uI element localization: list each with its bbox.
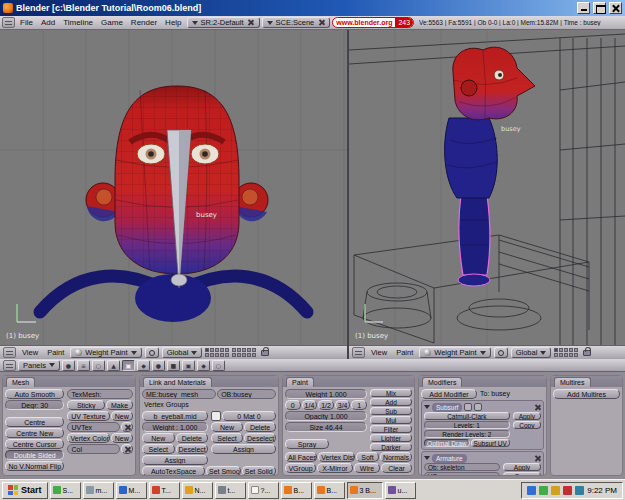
- delete-scene-icon[interactable]: [317, 19, 325, 27]
- menu-timeline[interactable]: Timeline: [60, 18, 96, 27]
- viewport-shading-icon[interactable]: [145, 347, 159, 358]
- window-type-menu-icon[interactable]: [3, 360, 16, 371]
- tray-icon[interactable]: [575, 486, 584, 495]
- window-type-menu-icon[interactable]: [3, 347, 16, 358]
- vertex-color-label-button[interactable]: Vertex Color: [67, 433, 109, 443]
- lock-icon[interactable]: [583, 350, 591, 356]
- material-color-swatch[interactable]: [211, 411, 221, 421]
- collapse-arrow-icon[interactable]: [424, 405, 430, 409]
- auto-smooth-toggle[interactable]: Auto Smooth: [5, 389, 64, 399]
- os-titlebar[interactable]: Blender [c:\Blender Tutorial\Room06.blen…: [0, 0, 625, 16]
- vertex-dist-toggle[interactable]: Vertex Dist: [318, 452, 355, 462]
- vertex-color-new-button[interactable]: New: [111, 433, 133, 443]
- taskbar-item[interactable]: B...: [281, 482, 312, 499]
- delete-modifier-icon[interactable]: [533, 403, 541, 411]
- tab-multires[interactable]: Multires: [554, 377, 591, 387]
- group-deselect-button[interactable]: Deselect: [176, 444, 209, 454]
- mix-mode-button[interactable]: Mix: [370, 389, 412, 397]
- start-button[interactable]: Start: [2, 482, 48, 499]
- lamp-icon[interactable]: [152, 360, 165, 371]
- material-deselect-button[interactable]: Deselect: [244, 433, 276, 443]
- darker-mode-button[interactable]: Darker: [370, 443, 412, 451]
- layer-buttons[interactable]: [554, 348, 578, 357]
- add-modifier-button[interactable]: Add Modifier: [421, 389, 477, 399]
- transform-orientation-dropdown[interactable]: Global: [162, 347, 203, 358]
- tray-icon[interactable]: [551, 486, 560, 495]
- set-solid-button[interactable]: Set Solid: [242, 466, 277, 476]
- maximize-button[interactable]: [593, 2, 606, 14]
- group-new-button[interactable]: New: [142, 433, 175, 443]
- levels-number-field[interactable]: Levels: 1: [424, 421, 510, 429]
- transform-orientation-dropdown[interactable]: Global: [511, 347, 552, 358]
- armature-vgroup-field[interactable]: VGroup:: [424, 472, 500, 476]
- taskbar-item[interactable]: m...: [83, 482, 114, 499]
- taskbar-item-active[interactable]: 3 B...: [347, 482, 383, 499]
- taskbar-item[interactable]: ?...: [248, 482, 279, 499]
- render-levels-number-field[interactable]: Render Levels: 2: [424, 430, 510, 438]
- screen-selector[interactable]: SR:2-Default: [187, 17, 260, 28]
- centre-new-button[interactable]: Centre New: [5, 428, 64, 438]
- tab-modifiers[interactable]: Modifiers: [422, 377, 462, 387]
- tray-icon[interactable]: [527, 486, 536, 495]
- taskbar-item[interactable]: B...: [314, 482, 345, 499]
- soft-toggle[interactable]: Soft: [356, 452, 379, 462]
- viewport-side[interactable]: busey (1) busey: [349, 30, 625, 345]
- paint-menu[interactable]: Paint: [44, 348, 67, 357]
- degr-number-field[interactable]: Degr: 30: [5, 400, 64, 410]
- spray-toggle[interactable]: Spray: [285, 439, 329, 449]
- viewport-front[interactable]: busey (1) busey: [0, 30, 347, 345]
- sticky-make-button[interactable]: Make: [106, 400, 133, 410]
- uvtex-name-field[interactable]: UVTex: [67, 422, 120, 432]
- autotexspace-toggle[interactable]: AutoTexSpace: [142, 466, 205, 476]
- weight-threequarter-button[interactable]: 3/4: [335, 400, 351, 410]
- double-sided-toggle[interactable]: Double Sided: [5, 450, 64, 460]
- material-assign-button[interactable]: Assign: [211, 444, 276, 454]
- window-type-menu-icon[interactable]: [352, 347, 365, 358]
- world-icon[interactable]: [212, 360, 225, 371]
- armature-apply-button[interactable]: Apply: [503, 463, 541, 471]
- subsurf-name-field[interactable]: Subsurf: [432, 403, 462, 412]
- minimize-button[interactable]: [577, 2, 590, 14]
- delete-screen-icon[interactable]: [247, 19, 255, 27]
- vertex-group-dropdown[interactable]: b_eyeball.mid: [142, 411, 208, 421]
- tab-link-and-materials[interactable]: Link and Materials: [143, 377, 212, 387]
- tray-icon[interactable]: [563, 486, 572, 495]
- view-menu[interactable]: View: [19, 348, 41, 357]
- uv-texture-new-button[interactable]: New: [111, 411, 133, 421]
- layer-buttons[interactable]: [205, 348, 256, 357]
- texmesh-field[interactable]: TexMesh:: [67, 389, 133, 399]
- set-smooth-button[interactable]: Set Smooth: [206, 466, 241, 476]
- realtime-toggle-icon[interactable]: [474, 403, 482, 411]
- view-menu[interactable]: View: [368, 348, 390, 357]
- mode-dropdown[interactable]: Weight Paint: [70, 347, 141, 358]
- panels-menu[interactable]: Panels: [18, 360, 60, 371]
- menu-game[interactable]: Game: [98, 18, 126, 27]
- mesh-datablock-field[interactable]: ME:busey_mesh: [142, 389, 216, 399]
- mul-mode-button[interactable]: Mul: [370, 416, 412, 424]
- mode-dropdown[interactable]: Weight Paint: [419, 347, 490, 358]
- tab-paint[interactable]: Paint: [286, 377, 314, 387]
- menu-file[interactable]: File: [17, 18, 36, 27]
- subsurf-copy-button[interactable]: Copy: [513, 421, 541, 429]
- taskbar-item[interactable]: M...: [116, 482, 147, 499]
- viewport-front-canvas[interactable]: busey (1) busey: [0, 30, 347, 345]
- no-vnormal-flip-toggle[interactable]: No V.Normal Flip: [5, 461, 64, 471]
- sub-mode-button[interactable]: Sub: [370, 407, 412, 415]
- material-delete-button[interactable]: Delete: [244, 422, 276, 432]
- clear-button[interactable]: Clear: [381, 463, 412, 473]
- delete-uvtex-button[interactable]: [121, 422, 133, 432]
- group-weight-slider[interactable]: Weight : 1.000: [142, 422, 208, 432]
- sticky-label-button[interactable]: Sticky: [67, 400, 105, 410]
- uv-texture-label-button[interactable]: UV Texture: [67, 411, 109, 421]
- menu-render[interactable]: Render: [128, 18, 160, 27]
- material-new-button[interactable]: New: [211, 422, 243, 432]
- menu-add[interactable]: Add: [38, 18, 58, 27]
- col-name-field[interactable]: Col: [67, 444, 120, 454]
- close-button[interactable]: [609, 2, 622, 14]
- material-icon[interactable]: [167, 360, 180, 371]
- subsurf-apply-button[interactable]: Apply: [513, 412, 541, 420]
- viewport-divider[interactable]: [347, 30, 349, 359]
- subsurf-uv-toggle[interactable]: Subsurf UV: [471, 439, 510, 447]
- weight-quarter-button[interactable]: 1/4: [302, 400, 318, 410]
- editing-icon[interactable]: [122, 360, 135, 371]
